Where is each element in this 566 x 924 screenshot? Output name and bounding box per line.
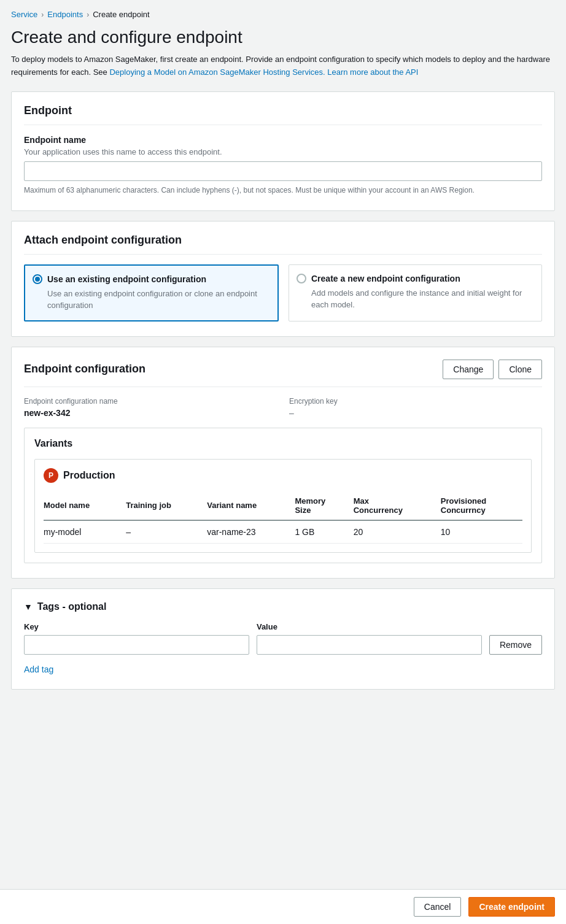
variants-title: Variants (34, 438, 532, 449)
config-button-group: Change Clone (443, 360, 542, 379)
endpoint-config-card: Endpoint configuration Change Clone Endp… (11, 347, 555, 579)
breadcrumb-current: Create endpoint (93, 10, 150, 19)
breadcrumb-endpoints[interactable]: Endpoints (47, 10, 83, 19)
endpoint-name-hint: Your application uses this name to acces… (24, 147, 542, 156)
tags-key-label: Key (24, 622, 249, 631)
production-section: P Production Model name Training job Var… (34, 459, 532, 553)
radio-option-new-desc: Add models and configure the instance an… (311, 287, 533, 311)
config-name-detail: Endpoint configuration name new-ex-342 (24, 397, 277, 418)
cell-provisioned-concurrency: 10 (441, 520, 522, 544)
change-button[interactable]: Change (443, 360, 494, 379)
tags-card: ▼ Tags - optional Key Value Remove Add t… (11, 588, 555, 690)
radio-option-existing-title: Use an existing endpoint configuration (47, 274, 206, 284)
col-model-name: Model name (44, 491, 126, 520)
breadcrumb-separator-1: › (41, 10, 44, 19)
variants-section: Variants P Production Model name Trainin… (24, 428, 542, 563)
radio-circle-existing (33, 274, 42, 284)
col-training-job: Training job (126, 491, 207, 520)
cell-max-concurrency: 20 (354, 520, 441, 544)
remove-tag-button[interactable]: Remove (489, 635, 542, 655)
tags-title: Tags - optional (37, 601, 107, 612)
variants-table: Model name Training job Variant name Mem… (44, 491, 522, 544)
tags-value-input[interactable] (257, 635, 482, 655)
production-title: Production (63, 470, 115, 481)
breadcrumb-separator-2: › (87, 10, 89, 19)
table-row: my-model – var-name-23 1 GB 20 10 (44, 520, 522, 544)
radio-option-new-title: Create a new endpoint configuration (311, 274, 460, 283)
attach-config-title: Attach endpoint configuration (24, 234, 542, 255)
encryption-key-value: – (289, 408, 542, 418)
production-badge: P (44, 468, 58, 483)
link-deploying[interactable]: Deploying a Model on Amazon SageMaker Ho… (109, 67, 325, 77)
tags-toggle-icon: ▼ (24, 602, 33, 612)
breadcrumb-service[interactable]: Service (11, 10, 37, 19)
radio-options: Use an existing endpoint configuration U… (24, 264, 542, 321)
cancel-button[interactable]: Cancel (414, 897, 462, 917)
tags-header[interactable]: ▼ Tags - optional (24, 601, 542, 612)
radio-option-existing[interactable]: Use an existing endpoint configuration U… (24, 264, 279, 321)
config-header: Endpoint configuration Change Clone (24, 360, 542, 387)
cell-model-name: my-model (44, 520, 126, 544)
col-provisioned-concurrency: ProvisionedConcurrncy (441, 491, 522, 520)
col-variant-name: Variant name (207, 491, 295, 520)
page-description: To deploy models to Amazon SageMaker, fi… (11, 53, 555, 79)
production-header: P Production (44, 468, 522, 483)
config-name-value: new-ex-342 (24, 408, 277, 418)
page-title: Create and configure endpoint (11, 28, 555, 47)
tags-key-input[interactable] (24, 635, 249, 655)
radio-circle-new (297, 274, 306, 283)
radio-option-existing-desc: Use an existing endpoint configuration o… (47, 288, 269, 312)
add-tag-link[interactable]: Add tag (24, 664, 53, 674)
encryption-key-detail: Encryption key – (289, 397, 542, 418)
clone-button[interactable]: Clone (498, 360, 542, 379)
config-name-label: Endpoint configuration name (24, 397, 277, 406)
create-endpoint-button[interactable]: Create endpoint (468, 897, 555, 917)
attach-config-card: Attach endpoint configuration Use an exi… (11, 221, 555, 337)
tags-key-field: Key (24, 622, 249, 655)
tags-row: Key Value Remove (24, 622, 542, 655)
config-section-title: Endpoint configuration (24, 363, 145, 375)
encryption-key-label: Encryption key (289, 397, 542, 406)
tags-value-field: Value (257, 622, 482, 655)
endpoint-card: Endpoint Endpoint name Your application … (11, 91, 555, 211)
config-details: Endpoint configuration name new-ex-342 E… (24, 397, 542, 418)
breadcrumb: Service › Endpoints › Create endpoint (11, 10, 555, 19)
cell-variant-name: var-name-23 (207, 520, 295, 544)
endpoint-name-input[interactable] (24, 161, 542, 181)
table-header: Model name Training job Variant name Mem… (44, 491, 522, 520)
cell-memory-size: 1 GB (295, 520, 353, 544)
link-api[interactable]: Learn more about the API (327, 67, 418, 77)
radio-option-new[interactable]: Create a new endpoint configuration Add … (289, 264, 542, 321)
endpoint-name-constraint: Maximum of 63 alphanumeric characters. C… (24, 185, 542, 196)
col-max-concurrency: MaxConcurrency (354, 491, 441, 520)
table-body: my-model – var-name-23 1 GB 20 10 (44, 520, 522, 544)
footer-actions: Cancel Create endpoint (0, 889, 566, 924)
col-memory-size: MemorySize (295, 491, 353, 520)
endpoint-name-label: Endpoint name (24, 135, 542, 145)
cell-training-job: – (126, 520, 207, 544)
endpoint-card-title: Endpoint (24, 104, 542, 125)
tags-value-label: Value (257, 622, 482, 631)
